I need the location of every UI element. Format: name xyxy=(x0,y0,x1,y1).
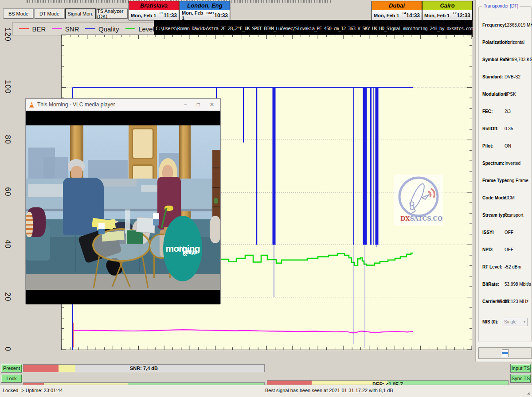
mug xyxy=(98,223,105,234)
clock-time: 11:33 xyxy=(164,12,177,19)
clock-time: 10:33 xyxy=(214,12,228,19)
clock-time: 14:33 xyxy=(406,12,420,19)
clock-bratislava: Bratislava Mon, Feb 1 +1 11:33 xyxy=(129,1,179,20)
clock-timezone: +4 xyxy=(402,10,406,15)
y-axis-tick-label: 20 xyxy=(1,290,14,304)
input-ts-button[interactable]: Input TS xyxy=(511,364,531,372)
video-frame: this morning with phillip&holly xyxy=(26,125,220,290)
field-label: Code Mode: xyxy=(482,195,508,200)
tab-signal-mon[interactable]: Signal Mon. xyxy=(66,9,95,19)
transponder-groupbox: Transponder [DT] Frequency:12363,019 MHz… xyxy=(478,6,532,342)
striped-cushion xyxy=(26,212,33,237)
transponder-row: FEC:2/3 xyxy=(479,109,531,115)
clock-city: Bratislava xyxy=(129,1,179,10)
maximize-icon[interactable]: □ xyxy=(197,101,200,108)
clock-time: 12:33 xyxy=(457,12,470,19)
fluffy-cushion xyxy=(210,216,220,243)
field-label: Spectrum: xyxy=(482,161,504,166)
dxsatcs-watermark: DXSATCS.COM xyxy=(394,175,443,226)
clock-city: Cairo xyxy=(422,1,472,10)
level-legend-swatch xyxy=(125,28,135,29)
transponder-row: Frequency:12363,019 MHz xyxy=(479,23,531,29)
transponder-row: NPD:OFF xyxy=(479,247,531,253)
field-value: 2/3 xyxy=(505,109,511,114)
field-label: FEC: xyxy=(482,109,493,114)
clock-timezone: +1 xyxy=(159,10,163,15)
vlc-video-area: this morning with phillip&holly xyxy=(26,111,220,304)
field-label: Standard: xyxy=(482,74,503,79)
best-signal-status: Best signal has been seen at 2021-01-31 … xyxy=(265,388,393,393)
resize-grip[interactable] xyxy=(526,391,531,396)
city-skyline xyxy=(88,160,128,179)
satellite-dish-icon: DXSATCS.COM xyxy=(394,175,443,226)
transponder-row: Pilot:ON xyxy=(479,144,531,150)
legend-label-snr: SNR xyxy=(65,25,79,33)
transponder-row: CarrierWidth:37,123 MHz xyxy=(479,299,531,305)
sync-ts-button[interactable]: Sync TS xyxy=(511,374,531,382)
tab-dt-mode[interactable]: DT Mode xyxy=(35,9,64,19)
field-label: Modulation: xyxy=(482,92,508,97)
transponder-row: Spectrum:Inverted xyxy=(479,161,531,167)
vlc-cone-icon xyxy=(29,102,34,108)
vlc-window[interactable]: This Morning - VLC media player – □ ✕ xyxy=(25,98,221,304)
chart-legend: BER SNR Quality Level xyxy=(12,22,155,35)
lock-uptime-status: Locked -> Uptime: 23:01:44 xyxy=(3,388,63,393)
field-value: Inverted xyxy=(505,161,520,166)
tab-ts-analyzer[interactable]: TS Analyzer (OK) xyxy=(97,9,128,19)
clock-timezone: GMT xyxy=(207,10,215,15)
y-axis-tick-label: 120 xyxy=(1,28,14,41)
clock-city: London, Eng xyxy=(180,1,230,10)
snr-bar: SNR: 7,4 dB xyxy=(23,364,265,372)
panel-pane xyxy=(132,128,154,159)
transponder-row: RollOff:0.35 xyxy=(479,126,531,132)
table-leg xyxy=(153,254,155,278)
clock-date: Mon, Feb 1 xyxy=(424,13,450,18)
clock-london: London, Eng Mon, Feb 1 GMT 10:33 xyxy=(180,1,230,20)
program-list-icon xyxy=(502,349,509,357)
console-path-text: C:\Users\Roman Dávid>Astra 2F-28,2°E_UK … xyxy=(154,26,473,31)
chevron-down-icon: ▾ xyxy=(524,320,525,324)
field-value: Horizontal xyxy=(505,40,524,45)
transponder-row: Standard:DVB-S2 xyxy=(479,74,531,81)
clock-timezone: +2 xyxy=(452,10,456,15)
transponder-panel: Transponder [DT] Frequency:12363,019 MHz… xyxy=(475,0,532,362)
minimize-icon[interactable]: – xyxy=(184,101,187,108)
mis-selected-value: Single xyxy=(504,319,516,324)
bookshelf xyxy=(212,150,220,227)
field-value: OFF xyxy=(505,247,513,252)
field-value: 37,123 MHz xyxy=(505,299,528,304)
mis-label: MIS (0): xyxy=(482,319,498,324)
field-label: RollOff: xyxy=(482,126,499,131)
clock-dubai: Dubai Mon, Feb 1 +4 14:33 xyxy=(372,1,422,20)
clock-date: Mon, Feb 1 xyxy=(131,13,156,18)
status-bar: Locked -> Uptime: 23:01:44 Best signal h… xyxy=(0,385,532,397)
quality-legend-swatch xyxy=(85,28,95,29)
lock-button[interactable]: Lock xyxy=(1,374,22,382)
field-value: ON xyxy=(505,144,511,148)
present-button[interactable]: Present xyxy=(1,364,22,372)
clock-date: Mon, Feb 1 xyxy=(182,10,204,21)
field-value: Transport xyxy=(505,213,523,218)
field-value: 27499,703 KS/s xyxy=(505,57,532,62)
field-value: DVB-S2 xyxy=(505,74,520,79)
mis-dropdown[interactable]: Single ▾ xyxy=(502,318,528,326)
close-icon[interactable]: ✕ xyxy=(210,101,214,108)
y-axis-tick-label: 100 xyxy=(1,80,14,93)
snr-bar-text: SNR: 7,4 dB xyxy=(23,365,264,372)
this-morning-logo: this morning with phillip&holly xyxy=(163,216,202,281)
field-label: BitRate: xyxy=(482,282,499,287)
vlc-window-title: This Morning - VLC media player xyxy=(37,101,115,108)
embankment xyxy=(26,209,212,211)
city-skyline xyxy=(43,157,68,179)
tab-bs-mode[interactable]: BS Mode xyxy=(4,9,33,19)
y-axis-tick-label: 60 xyxy=(1,185,14,198)
program-list-button[interactable] xyxy=(478,347,532,359)
field-value: 0.35 xyxy=(505,126,513,131)
vlc-title-bar[interactable]: This Morning - VLC media player – □ ✕ xyxy=(26,99,220,111)
y-axis-tick-label: 80 xyxy=(1,133,14,146)
boat xyxy=(28,184,66,197)
clock-city: Dubai xyxy=(372,1,422,10)
y-axis-tick-label: 40 xyxy=(1,237,14,251)
field-value: Long Frame xyxy=(505,178,528,183)
field-label: Frequency: xyxy=(482,23,506,27)
